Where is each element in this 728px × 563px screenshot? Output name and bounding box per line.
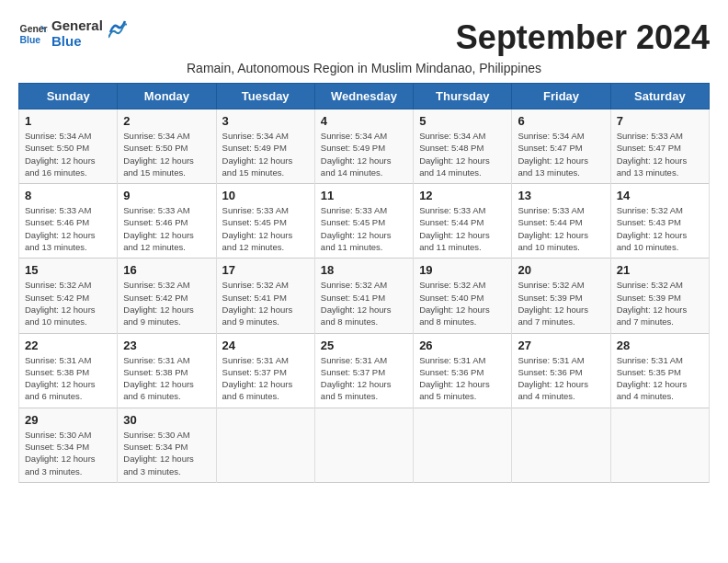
header-tuesday: Tuesday [216, 84, 314, 109]
calendar-cell: 21Sunrise: 5:32 AMSunset: 5:39 PMDayligh… [610, 259, 709, 333]
header-friday: Friday [512, 84, 610, 109]
day-number: 12 [419, 189, 506, 202]
day-number: 23 [123, 339, 210, 352]
logo-general: General [51, 18, 103, 34]
calendar-cell: 12Sunrise: 5:33 AMSunset: 5:44 PMDayligh… [414, 184, 512, 259]
header: General Blue General Blue September 2024 [18, 18, 710, 57]
calendar-cell: 4Sunrise: 5:34 AMSunset: 5:49 PMDaylight… [314, 109, 413, 184]
day-info: Sunrise: 5:32 AMSunset: 5:41 PMDaylight:… [321, 279, 407, 327]
day-number: 29 [25, 413, 111, 427]
calendar-cell: 24Sunrise: 5:31 AMSunset: 5:37 PMDayligh… [216, 333, 314, 408]
header-wednesday: Wednesday [314, 84, 413, 109]
day-info: Sunrise: 5:31 AMSunset: 5:38 PMDaylight:… [123, 354, 210, 403]
calendar-cell: 15Sunrise: 5:32 AMSunset: 5:42 PMDayligh… [19, 259, 118, 333]
day-number: 2 [123, 114, 210, 128]
header-thursday: Thursday [414, 84, 512, 109]
calendar-cell: 29Sunrise: 5:30 AMSunset: 5:34 PMDayligh… [19, 408, 118, 482]
day-number: 10 [222, 189, 309, 202]
day-info: Sunrise: 5:32 AMSunset: 5:43 PMDaylight:… [617, 204, 703, 253]
calendar-header-row: SundayMondayTuesdayWednesdayThursdayFrid… [19, 84, 710, 109]
day-number: 15 [25, 263, 111, 277]
day-info: Sunrise: 5:31 AMSunset: 5:36 PMDaylight:… [419, 354, 506, 403]
day-info: Sunrise: 5:32 AMSunset: 5:42 PMDaylight:… [123, 279, 210, 327]
calendar-cell [216, 408, 314, 482]
calendar-cell: 1Sunrise: 5:34 AMSunset: 5:50 PMDaylight… [19, 109, 118, 184]
day-number: 13 [518, 189, 604, 202]
svg-text:General: General [20, 24, 48, 34]
day-info: Sunrise: 5:34 AMSunset: 5:48 PMDaylight:… [419, 130, 506, 178]
header-sunday: Sunday [19, 84, 118, 109]
week-row: 15Sunrise: 5:32 AMSunset: 5:42 PMDayligh… [19, 259, 710, 333]
day-number: 16 [123, 263, 210, 277]
week-row: 1Sunrise: 5:34 AMSunset: 5:50 PMDaylight… [19, 109, 710, 184]
day-info: Sunrise: 5:33 AMSunset: 5:44 PMDaylight:… [419, 204, 506, 253]
calendar-cell: 8Sunrise: 5:33 AMSunset: 5:46 PMDaylight… [19, 184, 118, 259]
logo: General Blue General Blue [18, 18, 127, 49]
day-info: Sunrise: 5:32 AMSunset: 5:41 PMDaylight:… [222, 279, 309, 327]
calendar-cell [414, 408, 512, 482]
calendar-cell [512, 408, 610, 482]
header-saturday: Saturday [610, 84, 709, 109]
calendar-cell: 5Sunrise: 5:34 AMSunset: 5:48 PMDaylight… [414, 109, 512, 184]
calendar-cell: 18Sunrise: 5:32 AMSunset: 5:41 PMDayligh… [314, 259, 413, 333]
header-monday: Monday [118, 84, 216, 109]
subtitle: Ramain, Autonomous Region in Muslim Mind… [18, 61, 710, 75]
day-info: Sunrise: 5:33 AMSunset: 5:47 PMDaylight:… [617, 130, 703, 178]
day-number: 4 [321, 114, 407, 128]
calendar-cell: 30Sunrise: 5:30 AMSunset: 5:34 PMDayligh… [118, 408, 216, 482]
calendar-cell: 27Sunrise: 5:31 AMSunset: 5:36 PMDayligh… [512, 333, 610, 408]
day-info: Sunrise: 5:32 AMSunset: 5:39 PMDaylight:… [518, 279, 604, 327]
calendar-cell [610, 408, 709, 482]
day-number: 30 [123, 413, 210, 427]
day-number: 25 [321, 339, 407, 352]
day-info: Sunrise: 5:34 AMSunset: 5:50 PMDaylight:… [25, 130, 111, 178]
day-info: Sunrise: 5:34 AMSunset: 5:47 PMDaylight:… [518, 130, 604, 178]
calendar-cell: 22Sunrise: 5:31 AMSunset: 5:38 PMDayligh… [19, 333, 118, 408]
logo-blue: Blue [51, 34, 103, 50]
day-info: Sunrise: 5:31 AMSunset: 5:35 PMDaylight:… [617, 354, 703, 403]
day-info: Sunrise: 5:33 AMSunset: 5:45 PMDaylight:… [321, 204, 407, 253]
day-info: Sunrise: 5:31 AMSunset: 5:37 PMDaylight:… [222, 354, 309, 403]
calendar-cell [314, 408, 413, 482]
day-number: 26 [419, 339, 506, 352]
day-number: 6 [518, 114, 604, 128]
day-info: Sunrise: 5:30 AMSunset: 5:34 PMDaylight:… [123, 429, 210, 477]
day-number: 27 [518, 339, 604, 352]
day-number: 20 [518, 263, 604, 277]
day-number: 28 [617, 339, 703, 352]
week-row: 22Sunrise: 5:31 AMSunset: 5:38 PMDayligh… [19, 333, 710, 408]
day-number: 22 [25, 339, 111, 352]
day-info: Sunrise: 5:32 AMSunset: 5:40 PMDaylight:… [419, 279, 506, 327]
day-info: Sunrise: 5:34 AMSunset: 5:49 PMDaylight:… [222, 130, 309, 178]
day-number: 3 [222, 114, 309, 128]
calendar-cell: 17Sunrise: 5:32 AMSunset: 5:41 PMDayligh… [216, 259, 314, 333]
calendar-cell: 9Sunrise: 5:33 AMSunset: 5:46 PMDaylight… [118, 184, 216, 259]
day-info: Sunrise: 5:34 AMSunset: 5:50 PMDaylight:… [123, 130, 210, 178]
calendar-cell: 2Sunrise: 5:34 AMSunset: 5:50 PMDaylight… [118, 109, 216, 184]
calendar-cell: 3Sunrise: 5:34 AMSunset: 5:49 PMDaylight… [216, 109, 314, 184]
day-info: Sunrise: 5:32 AMSunset: 5:39 PMDaylight:… [617, 279, 703, 327]
day-info: Sunrise: 5:31 AMSunset: 5:36 PMDaylight:… [518, 354, 604, 403]
calendar-cell: 14Sunrise: 5:32 AMSunset: 5:43 PMDayligh… [610, 184, 709, 259]
day-info: Sunrise: 5:32 AMSunset: 5:42 PMDaylight:… [25, 279, 111, 327]
week-row: 29Sunrise: 5:30 AMSunset: 5:34 PMDayligh… [19, 408, 710, 482]
day-number: 9 [123, 189, 210, 202]
day-number: 21 [617, 263, 703, 277]
calendar-cell: 28Sunrise: 5:31 AMSunset: 5:35 PMDayligh… [610, 333, 709, 408]
month-title: September 2024 [456, 18, 710, 57]
day-info: Sunrise: 5:34 AMSunset: 5:49 PMDaylight:… [321, 130, 407, 178]
calendar-cell: 23Sunrise: 5:31 AMSunset: 5:38 PMDayligh… [118, 333, 216, 408]
day-number: 19 [419, 263, 506, 277]
day-number: 14 [617, 189, 703, 202]
calendar-cell: 6Sunrise: 5:34 AMSunset: 5:47 PMDaylight… [512, 109, 610, 184]
day-number: 1 [25, 114, 111, 128]
day-number: 5 [419, 114, 506, 128]
calendar-cell: 13Sunrise: 5:33 AMSunset: 5:44 PMDayligh… [512, 184, 610, 259]
day-info: Sunrise: 5:31 AMSunset: 5:37 PMDaylight:… [321, 354, 407, 403]
calendar-cell: 7Sunrise: 5:33 AMSunset: 5:47 PMDaylight… [610, 109, 709, 184]
day-number: 8 [25, 189, 111, 202]
day-number: 24 [222, 339, 309, 352]
calendar-cell: 26Sunrise: 5:31 AMSunset: 5:36 PMDayligh… [414, 333, 512, 408]
day-info: Sunrise: 5:33 AMSunset: 5:46 PMDaylight:… [123, 204, 210, 253]
day-number: 18 [321, 263, 407, 277]
